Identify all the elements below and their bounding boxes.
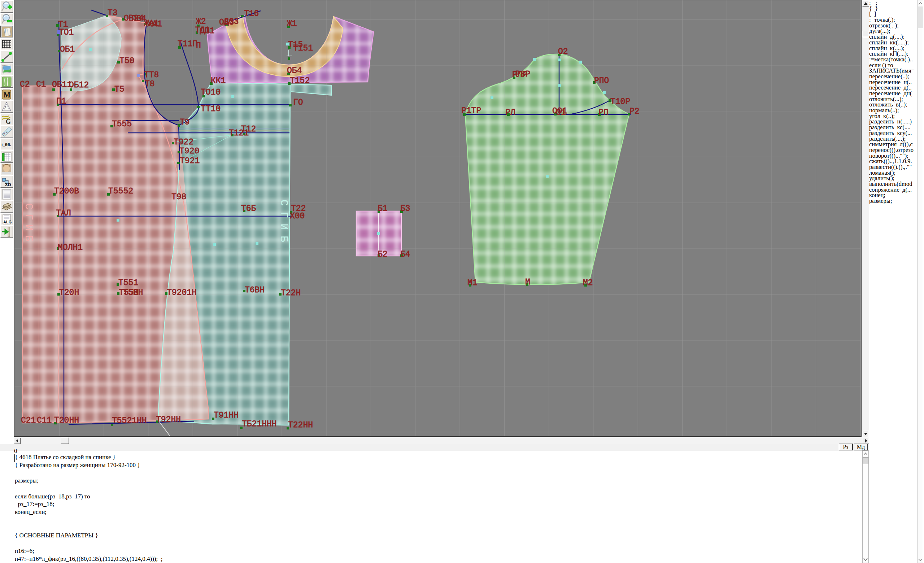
svg-text:СГИБ: СГИБ (278, 199, 290, 248)
svg-text:Т98: Т98 (171, 192, 186, 202)
svg-text:Т11П: Т11П (178, 39, 197, 49)
svg-text:Т92НН: Т92НН (156, 415, 181, 424)
svg-text:Т5ВН: Т5ВН (123, 288, 143, 297)
svg-text:Ж2: Ж2 (196, 17, 206, 26)
svg-text:С1: С1 (36, 80, 46, 89)
svg-text:ЖА1: ЖА1 (144, 19, 159, 28)
svg-text:Т6Б: Т6Б (241, 204, 256, 213)
svg-text:М2: М2 (583, 278, 593, 287)
svg-text:Т921: Т921 (180, 156, 200, 166)
svg-text:Р1ТР: Р1ТР (461, 106, 481, 115)
svg-text:ОП1: ОП1 (200, 26, 214, 36)
svg-text:Т555: Т555 (112, 120, 132, 129)
svg-text:M: M (4, 91, 10, 99)
svg-text:ТТ8: ТТ8 (144, 70, 159, 80)
svg-text:РП: РП (598, 108, 609, 117)
svg-text:Х00: Х00 (290, 211, 304, 221)
svg-text:Т9201Н: Т9201Н (167, 288, 197, 297)
svg-text:О2: О2 (558, 47, 568, 56)
svg-text:Т91НН: Т91НН (214, 411, 238, 420)
svg-text:ТАЛ: ТАЛ (56, 209, 71, 218)
svg-text:ОБ12: ОБ12 (69, 81, 89, 90)
svg-text:Т20Н: Т20Н (59, 288, 79, 297)
svg-text:РЛР: РЛР (512, 70, 527, 79)
svg-text:Т5: Т5 (114, 85, 124, 94)
svg-text:СГИБ: СГИБ (22, 203, 34, 246)
svg-text:О1: О1 (556, 108, 566, 117)
svg-text:С11: С11 (37, 416, 52, 425)
svg-text:РПО: РПО (594, 76, 609, 85)
svg-text:Т151: Т151 (293, 44, 313, 53)
svg-text:ГО: ГО (293, 98, 303, 107)
svg-text:Б2: Б2 (378, 250, 388, 259)
svg-text:ОБ1: ОБ1 (60, 45, 75, 54)
svg-text:Т152: Т152 (290, 76, 310, 85)
svg-text:Т5521НН: Т5521НН (112, 416, 147, 425)
svg-text:М1: М1 (467, 278, 477, 287)
svg-text:Т200В: Т200В (54, 187, 79, 196)
svg-text:3D: 3D (5, 182, 11, 187)
svg-text:ТБ21ННН: ТБ21ННН (242, 419, 277, 429)
svg-text:i_66.: i_66. (2, 142, 11, 147)
svg-text:ALG: ALG (3, 220, 12, 224)
svg-text:ОБ4: ОБ4 (287, 66, 302, 75)
svg-text:ТО10: ТО10 (201, 88, 220, 97)
svg-text:М: М (525, 277, 530, 287)
svg-text:С21: С21 (21, 416, 36, 425)
svg-text:РЛ: РЛ (506, 108, 515, 117)
svg-text:Б3: Б3 (400, 204, 410, 213)
svg-text:Т22Н: Т22Н (281, 288, 301, 298)
svg-text:МОЛН1: МОЛН1 (58, 243, 82, 252)
svg-text:Т551: Т551 (118, 278, 138, 287)
svg-text:П1: П1 (56, 97, 66, 106)
svg-text:Т20НН: Т20НН (54, 416, 79, 425)
svg-text:ТО1: ТО1 (59, 28, 74, 37)
svg-text:A: A (5, 106, 6, 109)
svg-text:Т10Р: Т10Р (610, 97, 630, 106)
svg-text:Б1: Б1 (378, 204, 388, 213)
svg-text:Т922: Т922 (174, 138, 194, 147)
svg-text:ОБ3: ОБ3 (219, 18, 234, 27)
svg-text:КК1: КК1 (211, 76, 226, 85)
svg-text:Т50: Т50 (120, 56, 134, 66)
svg-text:Т920: Т920 (179, 147, 199, 156)
svg-text:Т121: Т121 (229, 129, 249, 138)
svg-text:Ж1: Ж1 (287, 19, 297, 28)
svg-text:Т9: Т9 (180, 118, 190, 127)
svg-text:Т8: Т8 (145, 79, 155, 89)
svg-text:Т3: Т3 (108, 8, 118, 18)
svg-text:Б4: Б4 (400, 250, 410, 259)
svg-text:С2: С2 (20, 80, 30, 89)
svg-text:Т5552: Т5552 (108, 187, 133, 196)
svg-text:Т16: Т16 (244, 9, 259, 18)
svg-text:Т6ВН: Т6ВН (245, 286, 265, 295)
svg-text:G: G (6, 118, 11, 125)
svg-text:Р2: Р2 (630, 107, 640, 116)
svg-text:ТТ10: ТТ10 (201, 104, 220, 114)
svg-text:Т22НН: Т22НН (288, 421, 313, 430)
